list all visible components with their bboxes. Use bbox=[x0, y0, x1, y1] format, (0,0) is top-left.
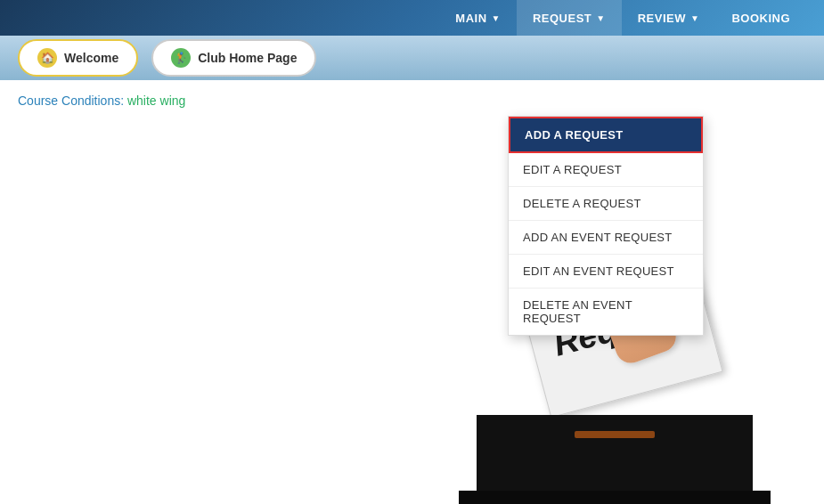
navbar: MAIN ▼ REQUEST ▼ REVIEW ▼ BOOKING bbox=[0, 0, 824, 36]
dropdown-add-event-request[interactable]: ADD AN EVENT REQUEST bbox=[509, 221, 703, 255]
nav-review[interactable]: REVIEW ▼ bbox=[622, 0, 716, 36]
nav-booking[interactable]: BOOKING bbox=[715, 0, 806, 36]
dropdown-edit-request[interactable]: EDIT A REQUEST bbox=[509, 153, 703, 187]
nav-main[interactable]: MAIN ▼ bbox=[439, 0, 517, 36]
welcome-icon: 🏠 bbox=[37, 48, 57, 68]
request-chevron-icon: ▼ bbox=[596, 13, 605, 23]
ballot-box-slot bbox=[575, 431, 655, 438]
club-home-icon: 🏌 bbox=[171, 48, 191, 68]
request-dropdown-menu: ADD A REQUEST EDIT A REQUEST DELETE A RE… bbox=[508, 116, 704, 336]
nav-request[interactable]: REQUEST ▼ bbox=[517, 0, 622, 36]
dropdown-edit-event-request[interactable]: EDIT AN EVENT REQUEST bbox=[509, 255, 703, 289]
main-chevron-icon: ▼ bbox=[492, 13, 501, 23]
ballot-box-base bbox=[459, 491, 771, 504]
dropdown-delete-event-request[interactable]: DELETE AN EVENT REQUEST bbox=[509, 289, 703, 335]
tab-bar: 🏠 Welcome 🏌 Club Home Page bbox=[0, 36, 824, 80]
course-conditions-value: white wing bbox=[127, 93, 185, 108]
review-chevron-icon: ▼ bbox=[690, 13, 699, 23]
dropdown-delete-request[interactable]: DELETE A REQUEST bbox=[509, 187, 703, 221]
tab-club-home[interactable]: 🏌 Club Home Page bbox=[151, 39, 316, 77]
tab-welcome[interactable]: 🏠 Welcome bbox=[18, 39, 138, 77]
course-conditions-label: Course Conditions: bbox=[18, 93, 124, 108]
dropdown-add-request[interactable]: ADD A REQUEST bbox=[509, 117, 703, 153]
main-content: Course Conditions: white wing Request AD… bbox=[0, 80, 824, 504]
